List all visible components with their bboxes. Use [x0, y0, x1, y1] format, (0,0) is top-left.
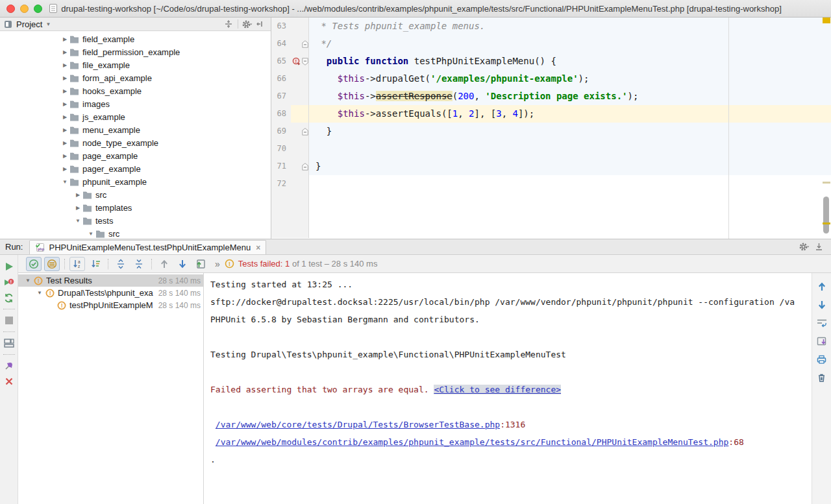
line-number[interactable]: 63 [271, 18, 291, 35]
clear-console-button[interactable] [815, 370, 829, 385]
run-settings-gear-button[interactable] [797, 241, 812, 254]
toolbar-overflow-chevron[interactable]: » [215, 259, 219, 269]
project-tree-item[interactable]: ▶images [0, 97, 271, 110]
code-line[interactable]: $this->drupalGet('/examples/phpunit-exam… [309, 70, 831, 88]
warning-stripe-mark[interactable] [823, 182, 830, 184]
project-panel-title[interactable]: Project [16, 19, 42, 29]
tree-collapsed-icon[interactable]: ▶ [73, 192, 82, 198]
code-line[interactable]: } [309, 158, 831, 175]
project-tree-item[interactable]: ▶js_example [0, 110, 271, 123]
tree-expanded-icon[interactable]: ▼ [34, 290, 45, 296]
import-test-results-button[interactable] [193, 257, 208, 271]
line-number[interactable]: 72 [271, 175, 291, 193]
code-line[interactable]: */ [309, 35, 831, 53]
line-number[interactable]: 65 [271, 53, 291, 70]
tree-expanded-icon[interactable]: ▼ [73, 218, 82, 224]
project-tree-item[interactable]: ▼phpunit_example [0, 175, 271, 188]
chevron-down-icon[interactable]: ▼ [45, 21, 51, 27]
tree-collapsed-icon[interactable]: ▶ [60, 127, 69, 133]
code-editor[interactable]: 63 * Tests phpunit_example menus.64 */65… [271, 18, 831, 239]
tree-expanded-icon[interactable]: ▼ [86, 231, 95, 237]
editor-scrollbar-thumb[interactable] [823, 197, 829, 234]
tree-collapsed-icon[interactable]: ▶ [60, 88, 69, 94]
project-tree-item[interactable]: ▶src [0, 188, 271, 201]
project-tree-item[interactable]: ▶pager_example [0, 162, 271, 175]
tree-expanded-icon[interactable]: ▼ [60, 179, 69, 185]
fold-marker[interactable] [301, 123, 309, 140]
stop-button[interactable] [1, 313, 17, 328]
zoom-window-button[interactable] [34, 5, 42, 13]
test-failed-gutter-icon[interactable]: ! [291, 53, 301, 70]
line-number[interactable]: 68 [271, 105, 291, 123]
project-tree-item[interactable]: ▶field_example [0, 32, 271, 45]
code-line[interactable]: public function testPhpUnitExampleMenu()… [309, 53, 831, 70]
code-line[interactable] [309, 175, 831, 193]
code-line[interactable]: $this->assertEquals([1, 2], [3, 4]); [309, 105, 831, 123]
project-tree-item[interactable]: ▶hooks_example [0, 84, 271, 97]
fold-marker[interactable] [301, 35, 309, 53]
print-button[interactable] [815, 352, 829, 366]
project-tree-item[interactable]: ▶page_example [0, 149, 271, 162]
show-passed-button[interactable] [26, 257, 42, 271]
line-number[interactable]: 69 [271, 123, 291, 140]
line-number[interactable]: 70 [271, 140, 291, 158]
sort-alphabetically-button[interactable]: az [69, 257, 85, 271]
up-stack-trace-button[interactable] [815, 280, 829, 294]
tree-collapsed-icon[interactable]: ▶ [60, 140, 69, 146]
rerun-button[interactable] [1, 259, 17, 274]
tree-expanded-icon[interactable]: ▼ [22, 278, 34, 283]
sort-by-duration-button[interactable] [88, 257, 103, 271]
line-number[interactable]: 67 [271, 88, 291, 105]
settings-gear-button[interactable] [241, 18, 254, 30]
hide-run-panel-button[interactable] [812, 241, 826, 254]
tree-collapsed-icon[interactable]: ▶ [60, 114, 69, 120]
project-tree-item[interactable]: ▼tests [0, 214, 271, 227]
line-number[interactable]: 66 [271, 70, 291, 88]
expand-all-button[interactable] [113, 257, 129, 271]
test-tree-row[interactable]: ▼!Drupal\Tests\phpunit_exa28 s 140 ms [18, 287, 203, 299]
show-ignored-button[interactable] [44, 257, 60, 271]
rerun-failed-tests-button[interactable]: ! [1, 274, 17, 290]
toggle-auto-test-button[interactable] [1, 290, 17, 306]
project-tree-item[interactable]: ▶field_permission_example [0, 45, 271, 58]
soft-wrap-button[interactable] [815, 316, 829, 330]
tree-collapsed-icon[interactable]: ▶ [60, 49, 69, 55]
fold-marker[interactable] [301, 158, 309, 175]
code-line[interactable] [309, 140, 831, 158]
next-failed-test-button[interactable] [175, 257, 190, 271]
warning-stripe-mark[interactable] [823, 222, 830, 224]
tree-collapsed-icon[interactable]: ▶ [60, 62, 69, 68]
minimize-window-button[interactable] [20, 5, 29, 13]
project-tree-item[interactable]: ▶menu_example [0, 123, 271, 136]
project-tree-item[interactable]: ▶form_api_example [0, 71, 271, 84]
console-link[interactable]: <Click to see difference> [434, 385, 561, 394]
restore-layout-button[interactable] [1, 335, 17, 351]
line-number[interactable]: 71 [271, 158, 291, 175]
close-tab-icon[interactable]: × [256, 243, 260, 252]
close-window-button[interactable] [6, 5, 15, 13]
test-tree-row[interactable]: ▼!Test Results28 s 140 ms [18, 274, 203, 287]
project-tree-item[interactable]: ▶node_type_example [0, 136, 271, 149]
project-tree-item[interactable]: ▶file_example [0, 58, 271, 71]
code-line[interactable]: $this->assertResponse(200, 'Description … [309, 88, 831, 105]
hide-panel-button[interactable] [254, 18, 267, 30]
down-stack-trace-button[interactable] [815, 298, 829, 312]
previous-failed-test-button[interactable] [156, 257, 172, 271]
tree-collapsed-icon[interactable]: ▶ [60, 153, 69, 159]
tree-collapsed-icon[interactable]: ▶ [60, 101, 69, 107]
console-link[interactable]: /var/www/web/core/tests/Drupal/Tests/Bro… [216, 420, 500, 429]
console-link[interactable]: /var/www/web/modules/contrib/examples/ph… [216, 437, 729, 447]
code-line[interactable]: * Tests phpunit_example menus. [309, 18, 831, 35]
tree-collapsed-icon[interactable]: ▶ [60, 166, 69, 172]
collapse-all-button[interactable] [131, 257, 147, 271]
code-line[interactable]: } [309, 123, 831, 140]
project-tree-item[interactable]: ▼src [0, 227, 271, 239]
line-number[interactable]: 64 [271, 35, 291, 53]
tree-collapsed-icon[interactable]: ▶ [60, 36, 69, 42]
project-tree-item[interactable]: ▶templates [0, 201, 271, 214]
collapse-all-button[interactable] [222, 18, 235, 30]
tree-collapsed-icon[interactable]: ▶ [60, 75, 69, 81]
close-panel-button[interactable] [1, 374, 17, 389]
inspection-status-square[interactable] [823, 18, 830, 23]
editor-empty-space[interactable] [309, 193, 831, 238]
